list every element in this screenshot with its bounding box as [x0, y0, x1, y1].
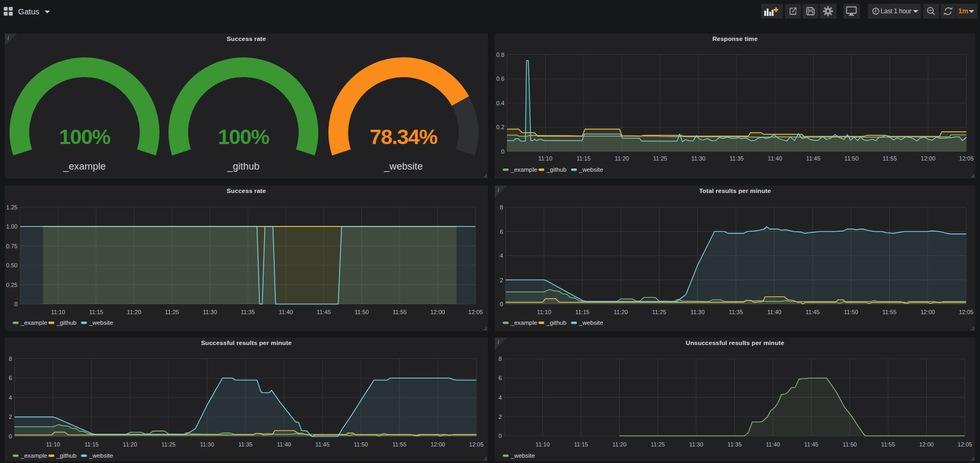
- svg-text:11:10: 11:10: [538, 155, 553, 162]
- svg-text:0.75: 0.75: [6, 243, 18, 249]
- svg-text:12:05: 12:05: [469, 441, 484, 448]
- svg-text:4: 4: [9, 394, 12, 401]
- svg-text:0.2: 0.2: [496, 124, 504, 130]
- svg-text:11:15: 11:15: [574, 441, 588, 448]
- svg-text:0: 0: [14, 301, 18, 307]
- svg-text:2: 2: [9, 414, 12, 420]
- svg-text:12:00: 12:00: [921, 155, 936, 162]
- svg-text:11:20: 11:20: [123, 441, 137, 448]
- svg-text:11:25: 11:25: [165, 309, 179, 315]
- svg-text:12:00: 12:00: [920, 309, 935, 315]
- svg-text:100%: 100%: [59, 125, 111, 148]
- svg-text:11:40: 11:40: [278, 309, 293, 315]
- svg-text:_example: _example: [510, 319, 537, 326]
- svg-text:0: 0: [499, 433, 502, 439]
- svg-text:11:50: 11:50: [354, 441, 368, 448]
- svg-text:11:10: 11:10: [537, 309, 551, 315]
- svg-text:4: 4: [500, 252, 503, 259]
- svg-text:11:25: 11:25: [652, 309, 666, 315]
- svg-text:11:45: 11:45: [806, 309, 820, 315]
- svg-text:11:30: 11:30: [203, 309, 217, 315]
- svg-text:_website: _website: [579, 166, 603, 173]
- svg-text:6: 6: [499, 375, 502, 381]
- svg-text:_example: _example: [20, 319, 47, 326]
- svg-text:11:55: 11:55: [883, 155, 897, 162]
- svg-text:12:00: 12:00: [430, 309, 445, 315]
- svg-text:11:20: 11:20: [615, 155, 629, 162]
- svg-text:_github: _github: [56, 452, 77, 459]
- svg-text:11:15: 11:15: [85, 441, 99, 448]
- svg-text:_website: _website: [579, 319, 603, 326]
- svg-text:12:05: 12:05: [959, 309, 974, 315]
- svg-text:0.25: 0.25: [6, 282, 18, 288]
- svg-text:11:40: 11:40: [277, 441, 291, 448]
- svg-text:8: 8: [9, 356, 12, 362]
- svg-text:_github: _github: [546, 319, 567, 326]
- svg-text:12:00: 12:00: [430, 441, 445, 448]
- svg-text:11:50: 11:50: [354, 309, 369, 315]
- svg-text:11:30: 11:30: [691, 155, 706, 162]
- svg-text:12:00: 12:00: [919, 441, 934, 448]
- svg-text:11:40: 11:40: [768, 155, 782, 162]
- svg-text:11:50: 11:50: [844, 155, 859, 162]
- svg-text:11:45: 11:45: [804, 441, 818, 448]
- svg-text:11:55: 11:55: [392, 441, 407, 448]
- svg-text:11:20: 11:20: [614, 309, 628, 315]
- svg-text:11:20: 11:20: [612, 441, 627, 448]
- svg-text:4: 4: [499, 394, 502, 401]
- svg-text:11:40: 11:40: [767, 309, 782, 315]
- svg-text:11:35: 11:35: [728, 441, 742, 448]
- svg-text:11:30: 11:30: [689, 441, 704, 448]
- svg-text:11:15: 11:15: [577, 155, 591, 162]
- svg-text:_website: _website: [510, 452, 535, 459]
- svg-text:11:50: 11:50: [844, 309, 858, 315]
- svg-text:_github: _github: [546, 166, 567, 173]
- svg-text:11:30: 11:30: [690, 309, 705, 315]
- svg-text:0.6: 0.6: [496, 75, 504, 82]
- svg-text:11:45: 11:45: [806, 155, 821, 162]
- svg-text:0.50: 0.50: [6, 262, 18, 268]
- svg-text:_website: _website: [89, 319, 113, 326]
- svg-text:11:10: 11:10: [536, 441, 550, 448]
- svg-text:_example: _example: [20, 452, 47, 459]
- svg-text:2: 2: [500, 277, 503, 283]
- svg-text:78.34%: 78.34%: [370, 125, 438, 148]
- svg-text:11:15: 11:15: [89, 309, 103, 315]
- svg-text:8: 8: [499, 356, 502, 362]
- svg-text:_github: _github: [56, 319, 77, 326]
- svg-text:11:45: 11:45: [317, 309, 331, 315]
- svg-text:2: 2: [499, 414, 502, 420]
- svg-text:1.25: 1.25: [6, 204, 18, 211]
- svg-text:0.8: 0.8: [496, 52, 504, 58]
- svg-text:0: 0: [9, 433, 12, 440]
- svg-text:6: 6: [500, 229, 503, 235]
- svg-text:11:25: 11:25: [653, 155, 668, 162]
- svg-text:8: 8: [500, 204, 503, 211]
- svg-text:0: 0: [500, 301, 503, 307]
- svg-text:11:30: 11:30: [200, 441, 214, 448]
- svg-text:12:05: 12:05: [468, 309, 483, 315]
- svg-text:_website: _website: [89, 452, 113, 459]
- svg-text:11:15: 11:15: [576, 309, 590, 315]
- svg-text:_github: _github: [227, 161, 260, 172]
- svg-text:11:10: 11:10: [46, 441, 61, 448]
- svg-text:12:05: 12:05: [959, 155, 974, 162]
- svg-text:11:35: 11:35: [241, 309, 255, 315]
- svg-text:11:20: 11:20: [127, 309, 141, 315]
- svg-text:11:40: 11:40: [766, 441, 780, 448]
- svg-text:100%: 100%: [218, 125, 269, 148]
- svg-text:_example: _example: [510, 166, 537, 173]
- svg-text:0: 0: [501, 148, 504, 155]
- svg-text:6: 6: [9, 375, 12, 381]
- svg-text:11:10: 11:10: [51, 309, 65, 315]
- svg-text:11:35: 11:35: [239, 441, 253, 448]
- svg-text:11:25: 11:25: [162, 441, 176, 448]
- svg-text:1.00: 1.00: [6, 223, 18, 230]
- svg-text:11:45: 11:45: [315, 441, 330, 448]
- svg-text:11:50: 11:50: [842, 441, 857, 448]
- svg-text:_website: _website: [383, 161, 423, 172]
- svg-text:11:35: 11:35: [730, 155, 744, 162]
- svg-text:0.4: 0.4: [496, 100, 504, 106]
- svg-text:_example: _example: [63, 161, 106, 172]
- svg-text:11:55: 11:55: [393, 309, 407, 315]
